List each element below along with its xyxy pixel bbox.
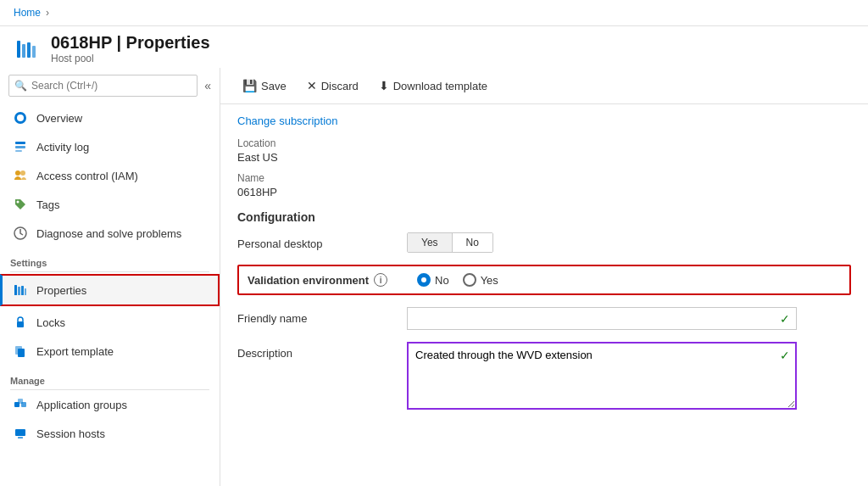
friendly-name-control: ✓ xyxy=(407,307,851,330)
session-hosts-icon xyxy=(13,426,28,441)
friendly-name-input[interactable] xyxy=(407,307,797,330)
download-icon: ⬇ xyxy=(379,79,389,92)
host-pool-icon xyxy=(14,36,41,63)
validation-environment-field: Validation environment i No Yes xyxy=(237,265,851,295)
svg-rect-15 xyxy=(25,288,26,295)
personal-desktop-control: Yes No xyxy=(407,232,851,253)
access-control-icon xyxy=(13,168,28,183)
svg-rect-6 xyxy=(15,142,25,144)
validation-yes-option[interactable]: Yes xyxy=(463,273,498,287)
sidebar-item-application-groups[interactable]: Application groups xyxy=(0,390,220,419)
svg-rect-2 xyxy=(27,42,31,58)
search-row: 🔍 « xyxy=(8,75,211,97)
location-field: Location East US xyxy=(237,137,851,164)
content-area: 💾 Save ✕ Discard ⬇ Download template Cha… xyxy=(220,68,868,486)
svg-point-10 xyxy=(20,170,25,176)
validation-radio-group: No Yes xyxy=(417,273,498,287)
validation-yes-radio[interactable] xyxy=(463,273,476,287)
personal-desktop-field: Personal desktop Yes No xyxy=(237,232,851,253)
main-layout: 🔍 « Overview Activity log Access control xyxy=(0,68,868,486)
svg-point-9 xyxy=(15,170,20,176)
download-template-button[interactable]: ⬇ Download template xyxy=(370,75,496,97)
settings-divider xyxy=(10,271,209,272)
discard-icon: ✕ xyxy=(307,79,317,92)
breadcrumb: Home › xyxy=(14,7,854,19)
validation-environment-label: Validation environment i xyxy=(248,273,417,287)
validation-no-option[interactable]: No xyxy=(417,273,449,287)
save-icon: 💾 xyxy=(242,79,257,92)
name-value: 0618HP xyxy=(237,186,851,198)
svg-rect-23 xyxy=(18,437,23,439)
friendly-name-check-icon: ✓ xyxy=(780,312,790,326)
save-button[interactable]: 💾 Save xyxy=(234,75,295,97)
sidebar-item-tags[interactable]: Tags xyxy=(0,190,220,219)
breadcrumb-home[interactable]: Home xyxy=(14,7,41,19)
search-icon: 🔍 xyxy=(14,80,27,92)
name-label: Name xyxy=(237,172,851,184)
svg-point-11 xyxy=(17,201,19,204)
validation-info-icon[interactable]: i xyxy=(374,273,387,287)
sidebar-item-export-template[interactable]: Export template xyxy=(0,337,220,366)
lock-icon xyxy=(13,315,28,330)
svg-rect-1 xyxy=(22,44,25,58)
change-subscription-link[interactable]: Change subscription xyxy=(237,115,851,127)
search-input[interactable] xyxy=(8,75,198,97)
export-template-icon xyxy=(13,344,28,359)
svg-rect-18 xyxy=(18,349,25,357)
sidebar: 🔍 « Overview Activity log Access control xyxy=(0,68,220,486)
search-box: 🔍 « xyxy=(0,68,220,103)
svg-rect-16 xyxy=(17,321,24,327)
manage-section-label: Manage xyxy=(0,366,220,389)
tags-icon xyxy=(13,197,28,212)
toolbar: 💾 Save ✕ Discard ⬇ Download template xyxy=(220,68,868,104)
name-field: Name 0618HP xyxy=(237,172,851,198)
personal-desktop-no-btn[interactable]: No xyxy=(453,233,492,252)
overview-icon xyxy=(13,110,28,126)
sidebar-item-activity-log[interactable]: Activity log xyxy=(0,132,220,161)
svg-rect-7 xyxy=(15,146,25,148)
location-value: East US xyxy=(237,151,851,164)
svg-rect-21 xyxy=(18,399,23,404)
description-control: ✓ xyxy=(407,342,851,412)
svg-rect-12 xyxy=(14,285,17,295)
svg-rect-13 xyxy=(18,287,20,295)
friendly-name-field: Friendly name ✓ xyxy=(237,307,851,330)
location-label: Location xyxy=(237,137,851,149)
settings-section-label: Settings xyxy=(0,248,220,271)
page-header: 0618HP | Properties Host pool xyxy=(0,26,868,68)
friendly-name-wrapper: ✓ xyxy=(407,307,797,330)
personal-desktop-yes-btn[interactable]: Yes xyxy=(408,233,452,252)
top-bar: Home › xyxy=(0,0,868,26)
description-wrapper: ✓ xyxy=(407,342,797,412)
collapse-icon[interactable]: « xyxy=(204,79,211,92)
sidebar-item-session-hosts[interactable]: Session hosts xyxy=(0,419,220,448)
page-title: 0618HP | Properties xyxy=(51,33,210,53)
svg-point-5 xyxy=(17,115,24,121)
description-textarea[interactable] xyxy=(407,342,797,410)
description-check-icon: ✓ xyxy=(780,349,790,362)
sidebar-item-properties[interactable]: Properties xyxy=(0,274,220,306)
svg-rect-8 xyxy=(15,150,22,152)
friendly-name-label: Friendly name xyxy=(237,307,407,325)
form-area: Change subscription Location East US Nam… xyxy=(220,104,868,434)
personal-desktop-toggle[interactable]: Yes No xyxy=(407,232,493,253)
validation-no-radio[interactable] xyxy=(417,273,431,287)
sidebar-item-locks[interactable]: Locks xyxy=(0,308,220,337)
svg-rect-3 xyxy=(32,46,36,58)
page-subtitle: Host pool xyxy=(51,53,210,64)
description-field: Description ✓ xyxy=(237,342,851,412)
activity-log-icon xyxy=(13,139,28,154)
discard-button[interactable]: ✕ Discard xyxy=(298,75,367,97)
personal-desktop-label: Personal desktop xyxy=(237,232,407,250)
page-title-block: 0618HP | Properties Host pool xyxy=(51,33,210,64)
configuration-header: Configuration xyxy=(237,210,851,224)
sidebar-item-diagnose[interactable]: Diagnose and solve problems xyxy=(0,219,220,248)
svg-rect-14 xyxy=(21,286,24,295)
sidebar-item-overview[interactable]: Overview xyxy=(0,103,220,132)
svg-rect-0 xyxy=(17,41,20,58)
app-groups-icon xyxy=(13,397,28,412)
properties-icon xyxy=(13,282,28,298)
description-label: Description xyxy=(237,342,407,360)
breadcrumb-separator: › xyxy=(46,7,49,19)
sidebar-item-access-control[interactable]: Access control (IAM) xyxy=(0,161,220,190)
